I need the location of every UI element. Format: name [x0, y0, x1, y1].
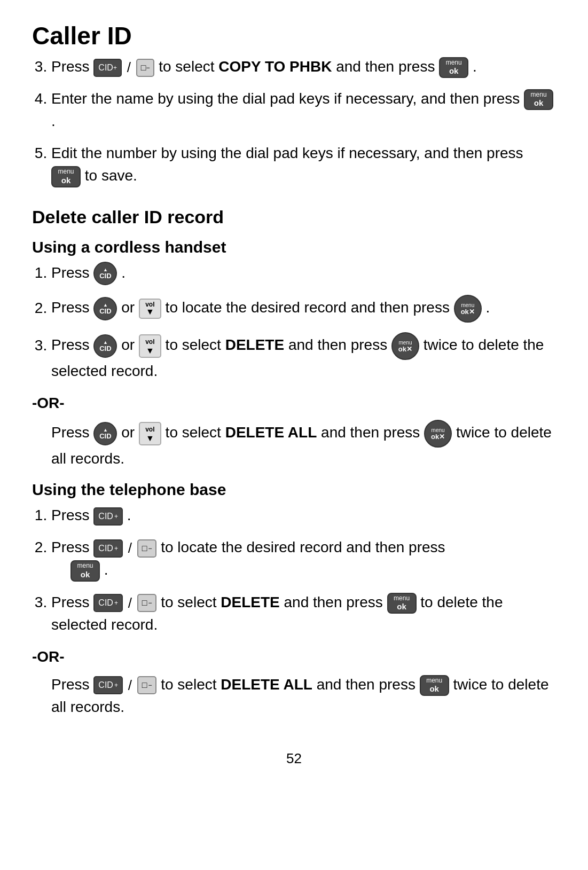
hs3-or: or [121, 337, 139, 354]
slash-s3: / [127, 59, 131, 75]
step3-text-middle: to select COPY TO PHBK and then press [159, 58, 439, 75]
handset-step-3: Press ▲ CID or vol ▼ to select DELETE an… [51, 332, 556, 382]
hs2-end: . [486, 300, 490, 316]
menu-ok-bor: menu ok [420, 675, 449, 696]
handset-or-paragraph: Press ▲ CID or vol ▼ to select DELETE AL… [51, 420, 556, 470]
hs1-text-before: Press [51, 264, 93, 281]
bs2-text-before: Press [51, 539, 93, 555]
menu-ok-bs3: menu ok [387, 593, 417, 614]
slash-bs2: / [128, 540, 132, 556]
bs2-end: . [104, 561, 108, 578]
menu-ok-circle-hs3: menu ok✕ [391, 332, 419, 360]
square-minus-bs3: □ − [137, 594, 157, 612]
bs2-text-after: to locate the desired record and then pr… [161, 539, 445, 555]
delete-all-label-hor: DELETE ALL [225, 425, 317, 441]
slash-bor: / [128, 677, 132, 693]
step3-end: . [473, 58, 477, 75]
menu-ok-circle-hor: menu ok✕ [424, 420, 452, 448]
hor-text-middle: to select DELETE ALL and then press [166, 425, 425, 441]
base-or-block: -OR- [32, 646, 556, 668]
base-step-2: Press CID + / □ − to locate the desired … [51, 536, 556, 581]
slash-bs3: / [128, 595, 132, 611]
menu-ok-button-s4: menu ok [524, 89, 553, 110]
delete-label-hs3: DELETE [225, 337, 284, 354]
bor-text-before: Press [51, 676, 93, 693]
menu-ok-bs2: menu ok [70, 560, 100, 581]
step-5: Edit the number by using the dial pad ke… [51, 142, 556, 187]
base-step-1: Press CID + . [51, 504, 556, 527]
hor-or: or [121, 425, 139, 441]
bs3-text-middle: to select DELETE and then press [161, 594, 387, 610]
hs3-text-before: Press [51, 337, 93, 354]
page-number: 52 [32, 750, 556, 767]
handset-or-block: -OR- [32, 392, 556, 414]
step4-text: Enter the name by using the dial pad key… [51, 90, 524, 107]
page-title: Caller ID [32, 21, 556, 50]
cid-round-hor: ▲ CID [93, 422, 117, 445]
cid-plus-bs1: CID + [93, 507, 123, 526]
cid-plus-bs3: CID + [93, 594, 123, 612]
cid-round-hs3: ▲ CID [93, 334, 117, 358]
copy-to-phbk-label: COPY TO PHBK [218, 58, 332, 75]
handset-step-1: Press ▲ CID . [51, 262, 556, 286]
menu-ok-button-s3: menu ok [439, 57, 468, 78]
base-step-3: Press CID + / □ − to select DELETE and t… [51, 591, 556, 636]
bs3-text-before: Press [51, 594, 93, 610]
step4-end: . [51, 113, 56, 129]
step5-end: to save. [85, 167, 137, 184]
hs2-text-after: to locate the desired record and then pr… [166, 300, 454, 316]
cid-round-hs1: ▲ CID [93, 262, 117, 285]
step-3: Press CID + / □ − to select COPY TO PHBK… [51, 56, 556, 78]
delete-all-label-bor: DELETE ALL [221, 676, 312, 693]
hs2-or: or [121, 300, 139, 316]
cid-plus-bor: CID + [93, 676, 123, 694]
delete-label-bs3: DELETE [221, 594, 279, 610]
handset-step-2: Press ▲ CID or vol ▼ to locate the desir… [51, 295, 556, 323]
bs1-end: . [127, 507, 131, 523]
hs3-text-middle: to select DELETE and then press [166, 337, 391, 354]
bor-text-middle: to select DELETE ALL and then press [161, 676, 420, 693]
base-or-paragraph: Press CID + / □ − to select DELETE ALL a… [51, 673, 556, 718]
hs1-end: . [121, 264, 126, 281]
step5-text: Edit the number by using the dial pad ke… [51, 145, 523, 161]
cid-round-hs2: ▲ CID [93, 297, 117, 320]
menu-ok-circle-hs2: menu ok✕ [454, 295, 482, 323]
base-section-title: Using the telephone base [32, 481, 556, 499]
square-minus-bs2: □ − [137, 539, 157, 558]
handset-section-title: Using a cordless handset [32, 238, 556, 256]
hor-text-before: Press [51, 425, 93, 441]
menu-ok-button-s5: menu ok [51, 166, 81, 187]
square-minus-bor: □ − [137, 676, 157, 694]
vol-button-hs2: vol ▼ [139, 299, 161, 319]
step-4: Enter the name by using the dial pad key… [51, 88, 556, 132]
vol-button-hor: vol ▼ [139, 422, 161, 445]
step3-text-before: Press [51, 58, 93, 75]
cid-plus-button-s3: CID + [93, 59, 122, 77]
hs2-text-before: Press [51, 300, 93, 316]
cid-plus-bs2: CID + [93, 539, 123, 558]
vol-button-hs3: vol ▼ [139, 334, 161, 358]
bs1-text-before: Press [51, 507, 93, 523]
square-minus-button-s3: □ − [136, 59, 155, 77]
delete-section-title: Delete caller ID record [32, 207, 556, 228]
